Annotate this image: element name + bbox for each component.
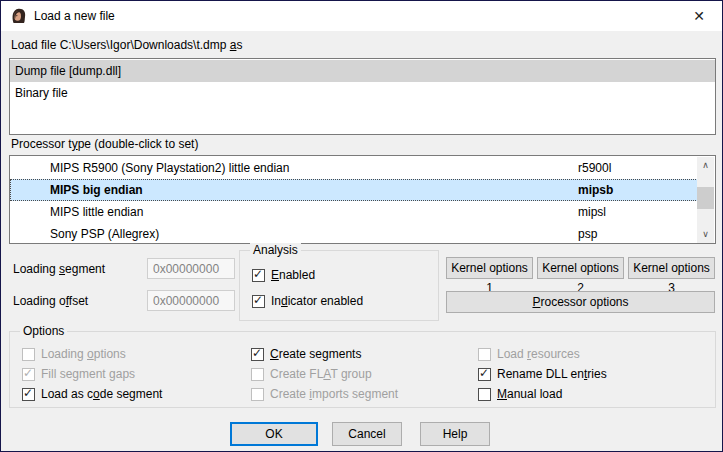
scrollbar-thumb[interactable] xyxy=(697,187,714,209)
processor-item[interactable]: MIPS little endian mipsl xyxy=(10,201,698,223)
load-file-as-label: Load file C:\Users\Igor\Downloads\t.dmp … xyxy=(11,38,242,52)
close-icon[interactable]: ✕ xyxy=(684,5,714,27)
checkbox-box: ✓ xyxy=(22,348,35,361)
loading-offset-input xyxy=(147,290,235,311)
processor-item[interactable]: MIPS R5900 (Sony Playstation2) little en… xyxy=(10,157,698,179)
checkbox-create-imports-segment: ✓ Create imports segment xyxy=(251,386,398,402)
checkbox-loading-options: ✓ Loading options xyxy=(22,346,126,362)
checkbox-box: ✓ xyxy=(251,368,264,381)
checkbox-analysis-enabled[interactable]: ✓ Enabled xyxy=(252,267,315,283)
processor-item[interactable]: Sony PSP (Allegrex) psp xyxy=(10,223,698,245)
kernel-options-1-button[interactable]: Kernel options 1 xyxy=(446,257,533,279)
options-group: Options ✓ Loading options ✓ Fill segment… xyxy=(9,331,716,408)
scroll-down-icon[interactable]: ∨ xyxy=(697,226,714,243)
checkbox-box: ✓ xyxy=(478,348,491,361)
checkbox-box: ✓ xyxy=(252,295,265,308)
processor-list: MIPS R5900 (Sony Playstation2) little en… xyxy=(9,155,716,244)
processor-id: mipsb xyxy=(578,179,613,201)
checkbox-box: ✓ xyxy=(478,368,491,381)
processor-name: MIPS big endian xyxy=(50,179,143,201)
processor-id: mipsl xyxy=(578,201,606,223)
titlebar: Load a new file ✕ xyxy=(1,1,722,31)
checkbox-box: ✓ xyxy=(478,388,491,401)
processor-id: psp xyxy=(578,223,597,245)
loading-segment-input xyxy=(147,258,235,279)
cancel-button[interactable]: Cancel xyxy=(332,422,402,446)
kernel-options-2-button[interactable]: Kernel options 2 xyxy=(537,257,624,279)
checkbox-box: ✓ xyxy=(22,368,35,381)
processor-name: MIPS R5900 (Sony Playstation2) little en… xyxy=(50,157,289,179)
window-title: Load a new file xyxy=(34,9,115,23)
checkbox-box: ✓ xyxy=(251,348,264,361)
scroll-up-icon[interactable]: ∧ xyxy=(697,157,714,174)
loading-offset-label: Loading offset xyxy=(13,294,88,308)
file-type-item-binary[interactable]: Binary file xyxy=(10,82,715,104)
checkbox-indicator-enabled[interactable]: ✓ Indicator enabled xyxy=(252,293,363,309)
checkbox-rename-dll-entries[interactable]: ✓ Rename DLL entries xyxy=(478,366,607,382)
checkbox-create-flat-group: ✓ Create FLAT group xyxy=(251,366,372,382)
file-type-item-dump[interactable]: Dump file [dump.dll] xyxy=(10,60,715,82)
checkbox-box: ✓ xyxy=(251,388,264,401)
checkbox-load-as-code-segment[interactable]: ✓ Load as code segment xyxy=(22,386,162,402)
checkbox-load-resources: ✓ Load resources xyxy=(478,346,580,362)
file-type-list: Dump file [dump.dll] Binary file xyxy=(9,58,716,135)
checkbox-box: ✓ xyxy=(252,269,265,282)
processor-list-scrollbar[interactable]: ∧ ∨ xyxy=(697,157,714,243)
checkbox-manual-load[interactable]: ✓ Manual load xyxy=(478,386,562,402)
loading-segment-label: Loading segment xyxy=(13,262,105,276)
processor-name: Sony PSP (Allegrex) xyxy=(50,223,159,245)
ida-app-icon xyxy=(10,7,28,25)
checkbox-fill-segment-gaps: ✓ Fill segment gaps xyxy=(22,366,135,382)
processor-options-button[interactable]: Processor options xyxy=(446,291,715,313)
analysis-group-title: Analysis xyxy=(250,243,301,257)
checkbox-box: ✓ xyxy=(22,388,35,401)
analysis-group: Analysis ✓ Enabled ✓ Indicator enabled xyxy=(239,250,439,321)
processor-name: MIPS little endian xyxy=(50,201,143,223)
help-button[interactable]: Help xyxy=(420,422,490,446)
processor-type-label: Processor type (double-click to set) xyxy=(11,137,198,151)
kernel-options-3-button[interactable]: Kernel options 3 xyxy=(628,257,715,279)
ok-button[interactable]: OK xyxy=(230,422,318,446)
options-group-title: Options xyxy=(20,324,67,338)
checkbox-create-segments[interactable]: ✓ Create segments xyxy=(251,346,361,362)
processor-id: r5900l xyxy=(578,157,611,179)
processor-item[interactable]: MIPS big endian mipsb xyxy=(10,179,698,201)
load-new-file-dialog: Load a new file ✕ Load file C:\Users\Igo… xyxy=(0,0,723,452)
